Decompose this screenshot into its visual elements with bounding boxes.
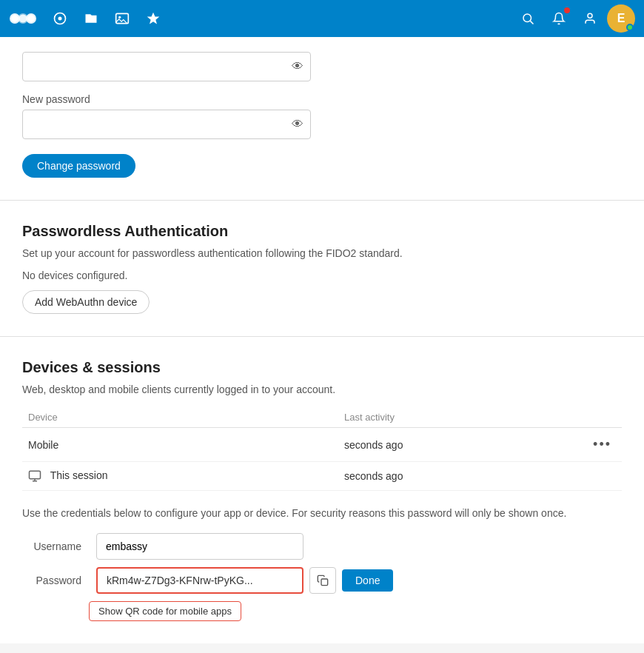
no-devices-text: No devices configured.	[22, 269, 622, 281]
current-password-input[interactable]	[22, 52, 311, 81]
search-nav-icon[interactable]	[514, 4, 542, 33]
qr-code-link[interactable]: Show QR code for mobile apps	[89, 601, 241, 621]
table-row: This session seconds ago	[22, 462, 622, 491]
avatar[interactable]: E	[607, 4, 635, 33]
passwordless-desc: Set up your account for passwordless aut…	[22, 247, 622, 259]
svg-rect-8	[116, 13, 129, 23]
svg-marker-10	[147, 13, 160, 24]
col-actions-header	[583, 407, 622, 428]
avatar-online-dot	[626, 24, 634, 31]
copy-password-button[interactable]	[309, 567, 336, 594]
passwordless-title: Passwordless Authentication	[22, 223, 622, 240]
photos-nav-icon[interactable]	[108, 4, 136, 33]
svg-point-7	[58, 17, 62, 21]
svg-point-5	[19, 15, 27, 23]
device-actions-session	[583, 462, 622, 491]
current-password-wrapper: 👁	[22, 52, 311, 81]
contacts-nav-icon[interactable]	[576, 4, 604, 33]
table-row: Mobile seconds ago •••	[22, 428, 622, 462]
password-label: Password	[30, 575, 89, 586]
new-password-label: New password	[22, 93, 622, 105]
add-webauthn-button[interactable]: Add WebAuthn device	[22, 290, 150, 314]
new-password-input[interactable]	[22, 110, 311, 139]
credentials-grid: Username Password Done	[30, 533, 622, 594]
password-row: Done	[96, 567, 622, 594]
main-content: 👁 New password 👁 Change password Passwor…	[0, 37, 644, 643]
current-password-eye-icon[interactable]: 👁	[292, 60, 303, 73]
devices-title: Devices & sessions	[22, 359, 622, 376]
passwordless-auth-section: Passwordless Authentication Set up your …	[0, 201, 644, 337]
navbar: E	[0, 0, 644, 37]
devices-desc: Web, desktop and mobile clients currentl…	[22, 384, 622, 395]
generated-password-input[interactable]	[96, 567, 303, 594]
notification-badge	[564, 7, 570, 13]
monitor-icon	[28, 469, 41, 483]
new-password-group: New password 👁	[22, 93, 622, 139]
devices-table: Device Last activity Mobile seconds ago …	[22, 407, 622, 491]
username-label: Username	[30, 540, 89, 552]
svg-line-12	[530, 21, 533, 24]
activity-nav-icon[interactable]	[139, 4, 167, 33]
app-logo[interactable]	[9, 10, 37, 27]
files-nav-icon[interactable]	[77, 4, 105, 33]
new-password-eye-icon[interactable]: 👁	[292, 118, 303, 131]
credentials-note: Use the credentials below to configure y…	[22, 506, 622, 521]
device-activity-session: seconds ago	[338, 462, 583, 491]
col-device-header: Device	[22, 407, 338, 428]
current-password-group: 👁	[22, 52, 622, 81]
svg-point-9	[118, 16, 121, 19]
change-password-button[interactable]: Change password	[22, 154, 135, 178]
done-button[interactable]: Done	[342, 569, 393, 592]
nav-app-icons	[46, 4, 167, 33]
qr-link-row: Show QR code for mobile apps	[89, 601, 622, 621]
device-name-mobile: Mobile	[22, 428, 338, 462]
username-input[interactable]	[96, 533, 303, 560]
avatar-letter: E	[617, 12, 625, 25]
home-nav-icon[interactable]	[46, 4, 74, 33]
svg-rect-17	[321, 579, 328, 586]
svg-point-13	[588, 13, 592, 18]
navbar-right: E	[514, 4, 635, 33]
new-password-wrapper: 👁	[22, 110, 311, 139]
col-activity-header: Last activity	[338, 407, 583, 428]
mobile-more-button[interactable]: •••	[588, 435, 616, 454]
device-actions-mobile: •••	[583, 428, 622, 462]
svg-rect-14	[30, 472, 41, 480]
svg-point-3	[11, 15, 19, 22]
svg-point-11	[523, 14, 531, 22]
notifications-nav-icon[interactable]	[545, 4, 573, 33]
device-name-session: This session	[22, 462, 338, 491]
devices-sessions-section: Devices & sessions Web, desktop and mobi…	[0, 337, 644, 643]
svg-point-4	[27, 15, 35, 22]
device-activity-mobile: seconds ago	[338, 428, 583, 462]
change-password-section: 👁 New password 👁 Change password	[0, 37, 644, 201]
